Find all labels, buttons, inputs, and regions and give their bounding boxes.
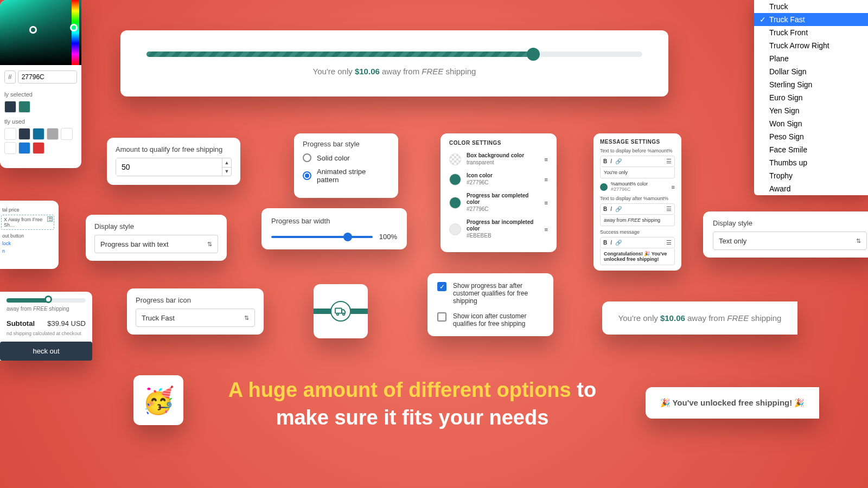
menu-icon[interactable]: ☰	[666, 206, 672, 213]
dropdown-item[interactable]: Trophy	[754, 169, 868, 182]
radio-icon-checked	[303, 171, 311, 180]
stepper-up[interactable]: ▲	[222, 158, 231, 168]
hex-input[interactable]	[18, 70, 77, 84]
theme-item[interactable]: out button	[2, 233, 54, 239]
msg-success-label: Success message	[600, 229, 675, 235]
progress-icon-card: Progress bar icon Truck Fast	[127, 288, 264, 335]
hex-prefix: #	[4, 70, 16, 84]
link-button[interactable]: 🔗	[615, 206, 622, 212]
cart-progress	[7, 298, 86, 303]
display-style-label: Display style	[94, 222, 218, 230]
dropdown-item[interactable]: Euro Sign	[754, 91, 868, 104]
swatch[interactable]	[33, 142, 44, 154]
width-thumb[interactable]	[343, 233, 352, 241]
italic-button[interactable]: I	[610, 206, 612, 212]
dropdown-item[interactable]: Sterling Sign	[754, 78, 868, 91]
menu-icon[interactable]: ☰	[666, 239, 672, 246]
theme-add-section[interactable]: n	[2, 248, 54, 254]
after-text-input[interactable]: away from FREE shipping	[600, 215, 675, 226]
amount-color-row[interactable]: %amount% color#27796C ≡	[600, 182, 675, 192]
saturation-thumb[interactable]	[29, 26, 37, 34]
success-text-input[interactable]: Congratulations! 🎉 You've unlocked free …	[600, 248, 675, 265]
display-style-select[interactable]: Text only	[713, 232, 867, 250]
dropdown-item[interactable]: Plane	[754, 52, 868, 65]
truck-fast-icon	[330, 301, 351, 322]
hue-thumb[interactable]	[70, 24, 78, 31]
theme-selected-block[interactable]: X Away from Free Sh… ☰	[1, 215, 54, 230]
style-title: Progress bar style	[303, 140, 390, 148]
progress-bar-preview: You're only $10.06 away from FREE shippi…	[120, 30, 668, 97]
dropdown-item[interactable]: Truck Fast	[754, 13, 868, 26]
checkbox-icon	[437, 312, 446, 322]
dropdown-item[interactable]: Yen Sign	[754, 104, 868, 117]
color-setting-row[interactable]: Progress bar completed color#27796C≡	[449, 192, 548, 213]
swatch[interactable]	[18, 142, 30, 154]
dropdown-item[interactable]: Face Smile	[754, 143, 868, 156]
bold-button[interactable]: B	[603, 206, 607, 212]
dropdown-item[interactable]: Truck Arrow Right	[754, 39, 868, 52]
link-button[interactable]: 🔗	[615, 158, 622, 164]
dropdown-item[interactable]: Peso Sign	[754, 130, 868, 143]
cart-progress-thumb	[44, 296, 52, 303]
hue-slider[interactable]	[72, 0, 79, 65]
bold-button[interactable]: B	[603, 158, 607, 164]
cart-progress-message: away from FREE shipping	[7, 306, 86, 312]
italic-button[interactable]: I	[610, 158, 612, 164]
text-toolbar-2: B I 🔗 ☰	[600, 203, 675, 215]
message-settings-card: MESSAGE SETTINGS Text to display before …	[593, 133, 681, 271]
show-icon-checkbox[interactable]: Show icon after customer qualifies for f…	[437, 312, 544, 328]
icon-preview	[314, 284, 368, 338]
layers-icon[interactable]: ≡	[545, 200, 548, 206]
progress-icon-select[interactable]: Truck Fast	[136, 309, 255, 327]
swatch[interactable]	[33, 128, 44, 140]
color-setting-row[interactable]: Box background colortransparent≡	[449, 152, 548, 166]
color-setting-row[interactable]: Icon color#27796C≡	[449, 172, 548, 186]
checkout-button[interactable]: heck out	[0, 342, 92, 361]
dropdown-item[interactable]: Award	[754, 182, 868, 195]
dropdown-item[interactable]: Truck Front	[754, 26, 868, 39]
amount-input-group: ▲ ▼	[116, 158, 232, 176]
bold-button[interactable]: B	[603, 240, 607, 246]
amount-input[interactable]	[116, 158, 222, 176]
color-swatch-icon	[449, 223, 461, 235]
radio-animated-stripe[interactable]: Animated stripe pattern	[303, 168, 390, 184]
block-settings-icon[interactable]: ☰	[47, 216, 53, 222]
layers-icon[interactable]: ≡	[545, 226, 548, 233]
italic-button[interactable]: I	[610, 240, 612, 246]
subtotal-value: $39.94 USD	[47, 319, 86, 328]
swatch[interactable]	[4, 142, 16, 154]
color-field[interactable]	[0, 0, 81, 65]
layers-icon[interactable]: ≡	[672, 184, 675, 190]
display-style-select[interactable]: Progress bar with text	[94, 235, 218, 253]
swatch[interactable]	[47, 128, 59, 140]
dropdown-item[interactable]: Dollar Sign	[754, 65, 868, 78]
svg-point-1	[337, 313, 339, 316]
checkbox-checked-icon: ✓	[437, 282, 446, 291]
selected-swatches	[0, 98, 81, 116]
stepper-down[interactable]: ▼	[222, 168, 231, 176]
menu-icon[interactable]: ☰	[666, 158, 672, 165]
before-text-input[interactable]: You're only	[600, 167, 675, 178]
swatch[interactable]	[18, 128, 30, 140]
dropdown-item[interactable]: Thumbs up	[754, 156, 868, 169]
text-only-preview: You're only $10.06 away from FREE shippi…	[602, 301, 797, 335]
emoji-preview: 🥳	[133, 375, 183, 425]
theme-item[interactable]: tal price	[2, 207, 54, 213]
swatch[interactable]	[18, 101, 30, 113]
layers-icon[interactable]: ≡	[545, 156, 548, 163]
dropdown-item[interactable]: Won Sign	[754, 117, 868, 130]
width-slider[interactable]	[271, 236, 373, 238]
icon-dropdown-menu: TruckTruck FastTruck FrontTruck Arrow Ri…	[754, 0, 868, 195]
color-swatch-icon	[449, 174, 461, 185]
link-button[interactable]: 🔗	[615, 240, 622, 246]
show-progress-bar-checkbox[interactable]: ✓ Show progress bar after customer quali…	[437, 282, 544, 305]
amount-label: Amount to qualify for free shipping	[116, 145, 232, 153]
swatch[interactable]	[4, 101, 16, 113]
dropdown-item[interactable]: Truck	[754, 0, 868, 13]
swatch[interactable]	[4, 128, 16, 140]
color-setting-row[interactable]: Progress bar incompleted color#EBEBEB≡	[449, 219, 548, 239]
radio-solid-color[interactable]: Solid color	[303, 153, 390, 162]
layers-icon[interactable]: ≡	[545, 176, 548, 183]
swatch[interactable]	[61, 128, 73, 140]
theme-add-block[interactable]: lock	[2, 241, 54, 246]
